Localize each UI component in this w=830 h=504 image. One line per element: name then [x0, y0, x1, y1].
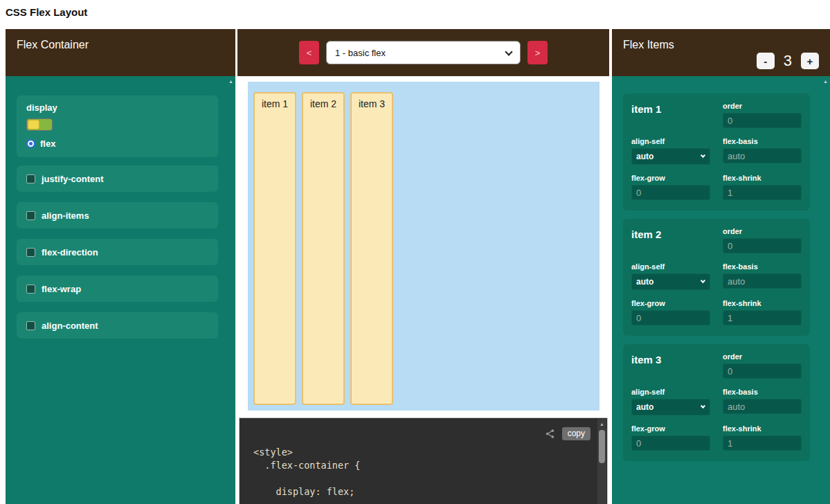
flex-grow-input[interactable]: [631, 185, 710, 200]
item-card-2: item 2 order align-self auto flex-basis: [623, 219, 810, 336]
align-content-label: align-content: [42, 321, 98, 331]
option-align-items[interactable]: align-items: [17, 202, 218, 228]
flex-radio-label: flex: [40, 138, 55, 149]
flex-container-panel-header: Flex Container: [6, 29, 235, 76]
flex-items-panel: Flex Items - 3 + ▲ item 1 order align-se…: [612, 29, 830, 504]
item-card-title: item 1: [631, 102, 710, 128]
align-self-label: align-self: [631, 262, 710, 271]
order-label: order: [723, 352, 802, 361]
flex-grow-input[interactable]: [631, 435, 710, 451]
flex-shrink-input[interactable]: [723, 435, 802, 451]
flex-shrink-label: flex-shrink: [723, 299, 802, 307]
add-item-button[interactable]: +: [801, 53, 819, 69]
code-toolbar: copy: [545, 427, 590, 440]
radio-dot-icon: [29, 142, 33, 145]
prev-demo-button[interactable]: <: [299, 41, 319, 64]
copy-button[interactable]: copy: [562, 427, 590, 440]
flex-items-panel-header: Flex Items - 3 +: [612, 29, 830, 76]
flex-container-panel: Flex Container ▲ display flex justify-co…: [6, 29, 235, 504]
flex-grow-input[interactable]: [631, 310, 710, 325]
flex-radio-row[interactable]: flex: [26, 138, 208, 149]
flex-basis-label: flex-basis: [723, 388, 802, 396]
flex-direction-checkbox[interactable]: [26, 248, 35, 257]
flex-items-panel-body: ▲ item 1 order align-self auto: [612, 76, 830, 504]
remove-item-button[interactable]: -: [757, 53, 775, 69]
flex-wrap-label: flex-wrap: [42, 284, 81, 294]
order-input[interactable]: [723, 238, 802, 253]
align-items-label: align-items: [42, 210, 89, 221]
flex-basis-label: flex-basis: [723, 262, 802, 271]
order-input[interactable]: [723, 363, 802, 379]
item-card-1: item 1 order align-self auto flex-basis: [623, 93, 810, 210]
demo-select[interactable]: 1 - basic flex: [326, 41, 521, 64]
flex-grow-label: flex-grow: [631, 299, 710, 307]
flex-shrink-label: flex-shrink: [723, 174, 802, 182]
option-align-content[interactable]: align-content: [17, 312, 218, 339]
order-input[interactable]: [723, 113, 802, 128]
flex-radio[interactable]: [26, 139, 35, 148]
code-block: copy <style> .flex-container { display: …: [239, 417, 608, 504]
flex-basis-input[interactable]: [723, 399, 802, 414]
display-label: display: [26, 102, 208, 113]
scroll-up-icon[interactable]: ▲: [228, 79, 233, 84]
align-self-select[interactable]: auto: [631, 148, 710, 165]
flex-basis-input[interactable]: [723, 148, 802, 163]
preview-item-1: item 1: [253, 92, 296, 405]
align-self-label: align-self: [631, 388, 710, 396]
flex-grow-label: flex-grow: [631, 424, 710, 433]
page-title: CSS Flex Layout: [6, 6, 87, 18]
order-label: order: [723, 227, 802, 235]
display-section: display flex: [17, 96, 218, 157]
justify-content-checkbox[interactable]: [26, 174, 35, 183]
option-flex-wrap[interactable]: flex-wrap: [17, 276, 218, 302]
scroll-up-icon[interactable]: ▲: [597, 419, 606, 426]
demo-nav-bar: < 1 - basic flex >: [237, 29, 609, 76]
preview-item-3: item 3: [350, 92, 393, 405]
share-icon[interactable]: [545, 429, 555, 439]
option-flex-direction[interactable]: flex-direction: [17, 239, 218, 265]
align-content-checkbox[interactable]: [26, 321, 35, 330]
order-label: order: [723, 102, 802, 110]
scroll-up-icon[interactable]: ▲: [823, 79, 828, 84]
align-items-checkbox[interactable]: [26, 211, 35, 220]
demo-select-wrap: 1 - basic flex: [326, 41, 521, 64]
align-self-label: align-self: [631, 137, 710, 145]
flex-shrink-label: flex-shrink: [723, 424, 802, 433]
align-self-select[interactable]: auto: [631, 273, 710, 290]
flex-grow-label: flex-grow: [631, 174, 710, 182]
flex-basis-input[interactable]: [723, 273, 802, 289]
next-demo-button[interactable]: >: [527, 41, 548, 64]
item-card-title: item 2: [631, 227, 710, 253]
item-card-title: item 3: [631, 352, 710, 379]
align-self-select[interactable]: auto: [631, 399, 710, 415]
flex-container-panel-title: Flex Container: [17, 39, 89, 51]
flex-items-panel-title: Flex Items: [623, 39, 674, 51]
item-count-controls: - 3 +: [757, 52, 819, 70]
toggle-knob-icon: [28, 120, 39, 129]
flex-shrink-input[interactable]: [723, 185, 802, 200]
preview-item-2: item 2: [302, 92, 345, 405]
display-toggle[interactable]: [26, 118, 53, 131]
code-scrollbar[interactable]: ▲: [597, 419, 606, 504]
scrollbar-thumb[interactable]: [599, 430, 605, 463]
flex-shrink-input[interactable]: [723, 310, 802, 325]
justify-content-label: justify-content: [42, 174, 104, 184]
item-card-3: item 3 order align-self auto flex-basis: [623, 344, 810, 461]
flex-basis-label: flex-basis: [723, 137, 802, 145]
flex-container-panel-body: ▲ display flex justify-content align-ite…: [6, 76, 235, 504]
flex-direction-label: flex-direction: [42, 247, 98, 258]
flex-container-preview: item 1 item 2 item 3: [248, 82, 599, 411]
option-justify-content[interactable]: justify-content: [17, 165, 218, 192]
preview-column: < 1 - basic flex > item 1 item 2 item 3 …: [237, 29, 609, 504]
item-count: 3: [784, 52, 792, 70]
flex-wrap-checkbox[interactable]: [26, 285, 35, 294]
